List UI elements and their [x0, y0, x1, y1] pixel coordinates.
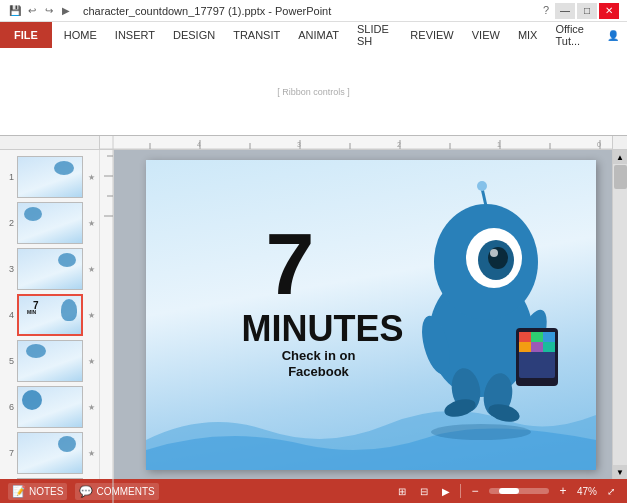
- minimize-button[interactable]: —: [555, 3, 575, 19]
- view-grid-icon[interactable]: ⊟: [416, 483, 432, 499]
- present-icon[interactable]: ▶: [59, 4, 73, 18]
- help-icon[interactable]: ?: [539, 3, 553, 17]
- file-menu[interactable]: FILE: [0, 22, 52, 48]
- title-bar: 💾 ↩ ↪ ▶ character_countdown_17797 (1).pp…: [0, 0, 627, 22]
- svg-text:4: 4: [197, 141, 201, 148]
- menu-mix[interactable]: MIX: [510, 24, 546, 46]
- title-bar-left: 💾 ↩ ↪ ▶ character_countdown_17797 (1).pp…: [8, 4, 331, 18]
- zoom-out-icon[interactable]: −: [467, 483, 483, 499]
- comments-button[interactable]: 💬 COMMENTS: [75, 483, 158, 500]
- status-bar: 📝 NOTES 💬 COMMENTS ⊞ ⊟ ▶ − + 47% ⤢: [0, 479, 627, 503]
- ruler-horizontal: 4 3 2 1 0: [100, 136, 612, 149]
- slide-canvas[interactable]: 7 MINUTES Check in on Facebook: [146, 160, 596, 470]
- slide-thumb-1[interactable]: 1 ★: [0, 154, 99, 200]
- menu-transit[interactable]: TRANSIT: [225, 24, 288, 46]
- slide-thumb-7[interactable]: 7 ★: [0, 430, 99, 476]
- fit-slide-icon[interactable]: ⤢: [603, 483, 619, 499]
- svg-rect-34: [531, 332, 543, 342]
- view-present-icon[interactable]: ▶: [438, 483, 454, 499]
- scroll-thumb-v[interactable]: [614, 165, 627, 189]
- zoom-in-icon[interactable]: +: [555, 483, 571, 499]
- slide-preview-4: 7 MIN: [17, 294, 83, 336]
- status-left: 📝 NOTES 💬 COMMENTS: [8, 483, 159, 500]
- svg-text:0: 0: [597, 141, 601, 148]
- ribbon: [ Ribbon controls ]: [0, 48, 627, 136]
- menu-view[interactable]: VIEW: [464, 24, 508, 46]
- menu-bar: FILE HOME INSERT DESIGN TRANSIT ANIMAT S…: [0, 22, 627, 48]
- slide-preview-6: [17, 386, 83, 428]
- title-bar-controls: ? — □ ✕: [539, 3, 619, 19]
- zoom-separator: [460, 484, 461, 498]
- slide-preview-2: [17, 202, 83, 244]
- comments-icon: 💬: [79, 485, 93, 498]
- ruler-horizontal-container: 4 3 2 1 0: [0, 136, 627, 150]
- slide-preview-7: [17, 432, 83, 474]
- alien-character: [386, 180, 576, 440]
- profile-icon[interactable]: 👤: [607, 28, 619, 42]
- slide-checkin-text: Check in on Facebook: [254, 348, 384, 382]
- title-text: character_countdown_17797 (1).pptx - Pow…: [83, 5, 331, 17]
- ruler-corner-right: [612, 136, 627, 149]
- scroll-down-button[interactable]: ▼: [613, 465, 627, 479]
- notes-button[interactable]: 📝 NOTES: [8, 483, 67, 500]
- undo-icon[interactable]: ↩: [25, 4, 39, 18]
- menu-slideshow[interactable]: SLIDE SH: [349, 24, 400, 46]
- svg-rect-38: [543, 342, 555, 352]
- slide-thumb-8[interactable]: 8 ★: [0, 476, 99, 479]
- menu-insert[interactable]: INSERT: [107, 24, 163, 46]
- slide-main-number: 7: [266, 220, 315, 308]
- title-bar-icons: 💾 ↩ ↪ ▶: [8, 4, 73, 18]
- svg-point-28: [477, 181, 487, 191]
- slide-thumb-6[interactable]: 6 ★: [0, 384, 99, 430]
- slide-minutes-text: MINUTES: [242, 308, 392, 350]
- svg-rect-33: [519, 332, 531, 342]
- scroll-track-v: [613, 164, 627, 465]
- svg-rect-36: [519, 342, 531, 352]
- save-icon[interactable]: 💾: [8, 4, 22, 18]
- svg-rect-37: [531, 342, 543, 352]
- slide-thumb-3[interactable]: 3 ★: [0, 246, 99, 292]
- slide-panel: 1 ★ 2 ★ 3 ★ 4 7 MIN: [0, 150, 100, 479]
- zoom-level: 47%: [577, 486, 597, 497]
- slide-thumb-5[interactable]: 5 ★: [0, 338, 99, 384]
- slide-thumb-4[interactable]: 4 7 MIN ★: [0, 292, 99, 338]
- maximize-button[interactable]: □: [577, 3, 597, 19]
- svg-rect-35: [543, 332, 555, 342]
- menu-office-tut[interactable]: Office Tut...: [547, 24, 603, 46]
- slide-preview-3: [17, 248, 83, 290]
- menu-home[interactable]: HOME: [56, 24, 105, 46]
- main-area: 1 ★ 2 ★ 3 ★ 4 7 MIN: [0, 150, 627, 479]
- svg-point-43: [431, 424, 531, 440]
- redo-icon[interactable]: ↪: [42, 4, 56, 18]
- ribbon-placeholder: [ Ribbon controls ]: [8, 87, 619, 97]
- slide-thumb-2[interactable]: 2 ★: [0, 200, 99, 246]
- slide-checkin-line2: Facebook: [288, 364, 349, 379]
- canvas-area: 7 MINUTES Check in on Facebook: [114, 150, 627, 479]
- slide-preview-1: [17, 156, 83, 198]
- slide-checkin-line1: Check in on: [282, 348, 356, 363]
- status-right: ⊞ ⊟ ▶ − + 47% ⤢: [394, 483, 619, 499]
- close-button[interactable]: ✕: [599, 3, 619, 19]
- svg-text:2: 2: [397, 141, 401, 148]
- notes-icon: 📝: [12, 485, 26, 498]
- scroll-up-button[interactable]: ▲: [613, 150, 627, 164]
- ruler-corner: [0, 136, 100, 149]
- zoom-slider[interactable]: [489, 488, 549, 494]
- svg-point-25: [488, 247, 508, 269]
- right-scrollbar: ▲ ▼: [612, 150, 627, 479]
- menu-design[interactable]: DESIGN: [165, 24, 223, 46]
- slide-preview-5: [17, 340, 83, 382]
- menu-animat[interactable]: ANIMAT: [290, 24, 347, 46]
- notes-label: NOTES: [29, 486, 63, 497]
- menu-items: HOME INSERT DESIGN TRANSIT ANIMAT SLIDE …: [52, 22, 627, 48]
- view-normal-icon[interactable]: ⊞: [394, 483, 410, 499]
- menu-review[interactable]: REVIEW: [402, 24, 461, 46]
- zoom-slider-thumb[interactable]: [499, 488, 519, 494]
- svg-point-26: [490, 249, 498, 257]
- ruler-vertical: [100, 150, 114, 479]
- slide-preview-8: [17, 478, 83, 479]
- svg-text:3: 3: [297, 141, 301, 148]
- svg-text:1: 1: [497, 141, 501, 148]
